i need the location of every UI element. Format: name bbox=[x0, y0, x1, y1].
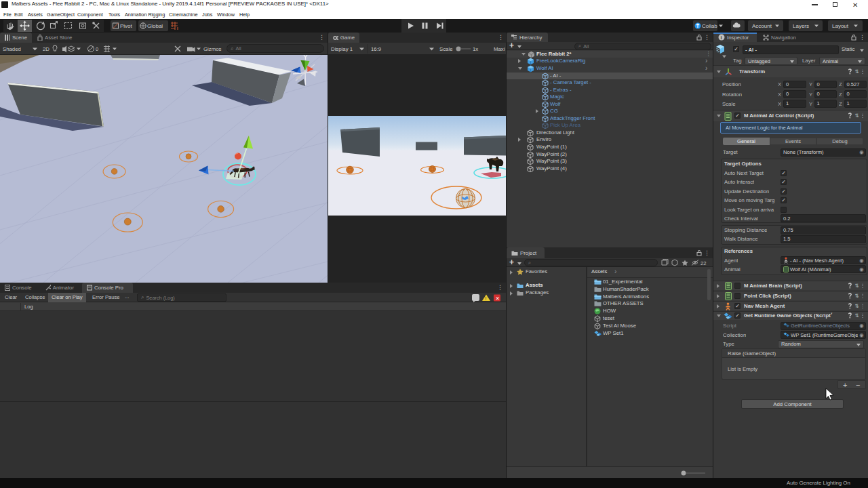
svg-text:2D: 2D bbox=[43, 46, 50, 52]
svg-text:Layout: Layout bbox=[832, 23, 849, 29]
svg-text:1x: 1x bbox=[473, 46, 478, 52]
svg-text:Account: Account bbox=[752, 23, 772, 29]
svg-text:✕: ✕ bbox=[496, 296, 500, 302]
svg-text:Layers: Layers bbox=[793, 23, 809, 29]
svg-text:!: ! bbox=[486, 296, 487, 301]
svg-text:i: i bbox=[720, 35, 722, 41]
svg-text:Shaded: Shaded bbox=[3, 46, 21, 52]
svg-text:Pivot: Pivot bbox=[120, 23, 133, 29]
svg-text:Maxi: Maxi bbox=[494, 46, 505, 52]
svg-text:Gizmos: Gizmos bbox=[203, 46, 222, 52]
svg-text:Display 1: Display 1 bbox=[331, 46, 353, 52]
svg-text:Collab: Collab bbox=[702, 23, 717, 29]
svg-text:0: 0 bbox=[96, 46, 98, 52]
svg-text:16:9: 16:9 bbox=[371, 46, 381, 52]
svg-text:22: 22 bbox=[701, 260, 706, 266]
svg-text:Global: Global bbox=[147, 23, 163, 29]
svg-text:Scale: Scale bbox=[439, 46, 453, 52]
